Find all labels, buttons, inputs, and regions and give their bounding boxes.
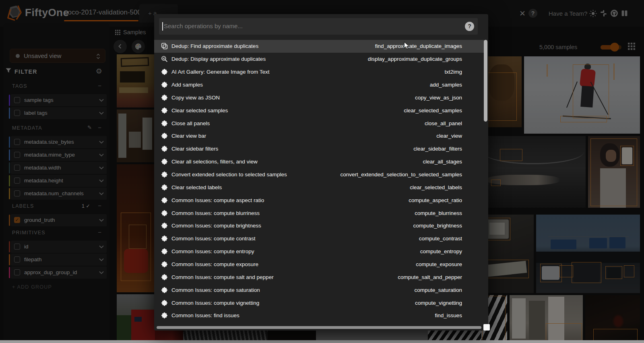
operator-icon	[161, 312, 168, 319]
operator-help-icon[interactable]: ?	[465, 22, 474, 31]
operator-row[interactable]: Common Issues: compute contrast compute_…	[154, 232, 484, 245]
operator-browser-modal: Search operations by name... ? Dedup: Fi…	[154, 14, 488, 331]
operator-uri: clear_sidebar_filters	[413, 146, 462, 152]
operator-row[interactable]: Dedup: Display approximate duplicates di…	[154, 53, 484, 66]
operator-row[interactable]: Add samples add_samples	[154, 79, 484, 91]
operator-row[interactable]: AI Art Gallery: Generate Image from Text…	[154, 66, 484, 79]
operator-row[interactable]: Clear sidebar filters clear_sidebar_filt…	[154, 143, 484, 155]
operator-uri: txt2img	[444, 69, 462, 75]
operator-row[interactable]: Common Issues: compute blurriness comput…	[154, 207, 484, 219]
operator-label: Common Issues: compute vignetting	[171, 300, 259, 306]
operator-row[interactable]: Clear selected labels clear_selected_lab…	[154, 181, 484, 194]
operator-label: Convert extended selection to selected s…	[171, 172, 287, 178]
operator-row[interactable]: Common Issues: compute salt and pepper c…	[154, 271, 484, 283]
operator-uri: close_all_panel	[425, 120, 462, 126]
operator-icon	[161, 94, 168, 101]
operator-icon	[161, 56, 168, 62]
operator-label: Dedup: Display approximate duplicates	[171, 56, 266, 62]
operator-label: Clear sidebar filters	[171, 146, 218, 152]
operator-label: Common Issues: find issues	[171, 312, 239, 318]
operator-row[interactable]: Common Issues: compute brightness comput…	[154, 219, 484, 232]
page-horizontal-scrollbar[interactable]	[0, 340, 644, 343]
operator-row[interactable]: Common Issues: compute exposure compute_…	[154, 258, 484, 271]
operator-icon	[161, 222, 168, 229]
operator-icon	[161, 235, 168, 242]
operator-uri: compute_aspect_ratio	[409, 197, 462, 203]
operator-label: Common Issues: compute contrast	[171, 236, 256, 242]
app-root: FiftyOne coco-2017-validation-5000 + a ✕…	[0, 0, 644, 343]
operator-row[interactable]: Common Issues: compute entropy compute_e…	[154, 245, 484, 258]
operator-icon	[161, 171, 168, 178]
operator-uri: clear_view	[436, 133, 462, 139]
operator-row[interactable]: Copy view as JSON copy_view_as_json	[154, 91, 484, 104]
operator-row[interactable]: Clear view bar clear_view	[154, 130, 484, 143]
operator-label: Clear selected samples	[171, 107, 228, 114]
operator-uri: compute_brightness	[413, 223, 462, 229]
operator-uri: compute_salt_and_pepper	[398, 274, 462, 280]
operator-label: Common Issues: compute entropy	[171, 248, 254, 254]
operator-icon	[161, 43, 168, 50]
operator-list: Dedup: Find approximate duplicates find_…	[154, 40, 484, 322]
operator-row[interactable]: Close all panels close_all_panel	[154, 117, 484, 130]
modal-horizontal-scrollbar[interactable]	[157, 326, 481, 329]
operator-row[interactable]: Common Issues: compute vignetting comput…	[154, 296, 484, 309]
operator-label: Dedup: Find approximate duplicates	[171, 43, 258, 49]
operator-uri: convert_extended_selection_to_selected_s…	[341, 172, 462, 178]
operator-icon	[161, 107, 168, 114]
operator-uri: find_issues	[435, 312, 462, 318]
modal-vertical-scrollbar-thumb[interactable]	[484, 40, 487, 122]
operator-uri: find_approximate_duplicate_images	[375, 43, 462, 49]
operator-icon	[161, 145, 168, 152]
operator-row[interactable]: Convert extended selection to selected s…	[154, 168, 484, 181]
operator-uri: compute_blurriness	[415, 210, 462, 216]
operator-label: Clear selected labels	[171, 184, 222, 190]
operator-label: Add samples	[171, 82, 203, 88]
operator-uri: clear_all_stages	[423, 159, 462, 165]
operator-label: Close all panels	[171, 120, 210, 126]
operator-icon	[161, 158, 168, 165]
operator-uri: compute_vignetting	[415, 300, 462, 306]
operator-icon	[161, 287, 168, 293]
operator-icon	[161, 197, 168, 204]
operator-uri: copy_view_as_json	[415, 95, 462, 101]
operator-search-placeholder: Search operations by name...	[164, 23, 243, 29]
operator-search-box[interactable]: Search operations by name... ?	[159, 18, 478, 35]
operator-label: Clear view bar	[171, 133, 206, 139]
operator-label: AI Art Gallery: Generate Image from Text	[171, 69, 270, 75]
mouse-cursor	[404, 41, 410, 50]
operator-row[interactable]: Clear selected samples clear_selected_sa…	[154, 104, 484, 117]
operator-row[interactable]: Common Issues: compute aspect ratio comp…	[154, 194, 484, 207]
operator-uri: add_samples	[430, 82, 462, 88]
operator-label: Common Issues: compute aspect ratio	[171, 197, 264, 203]
operator-icon	[161, 248, 168, 255]
operator-icon	[161, 300, 168, 306]
operator-icon	[161, 132, 168, 139]
operator-icon	[161, 261, 168, 268]
text-caret	[162, 22, 163, 31]
operator-label: Clear all selections, filters, and view	[171, 159, 258, 165]
operator-uri: clear_selected_labels	[410, 184, 462, 190]
operator-icon	[161, 210, 168, 217]
operator-uri: clear_selected_samples	[404, 107, 462, 114]
operator-uri: compute_entropy	[420, 248, 462, 254]
operator-label: Common Issues: compute blurriness	[171, 210, 260, 216]
operator-label: Common Issues: compute salt and pepper	[171, 274, 274, 280]
operator-row[interactable]: Clear all selections, filters, and view …	[154, 155, 484, 168]
operator-row[interactable]: Dedup: Find approximate duplicates find_…	[154, 40, 484, 53]
operator-icon	[161, 120, 168, 127]
operator-icon	[161, 68, 168, 75]
operator-label: Common Issues: compute exposure	[171, 261, 258, 267]
operator-uri: display_approximate_duplicate_groups	[368, 56, 462, 62]
operator-icon	[161, 81, 168, 88]
modal-scrollbar-corner[interactable]	[483, 324, 490, 331]
operator-icon	[161, 184, 168, 191]
operator-row[interactable]: Common Issues: find issues find_issues	[154, 309, 484, 322]
operator-label: Common Issues: compute saturation	[171, 287, 260, 293]
operator-label: Copy view as JSON	[171, 95, 220, 101]
operator-row[interactable]: Common Issues: compute saturation comput…	[154, 283, 484, 296]
operator-icon	[161, 274, 168, 281]
modal-vertical-scrollbar[interactable]	[484, 40, 487, 326]
operator-uri: compute_saturation	[414, 287, 462, 293]
operator-uri: compute_exposure	[416, 261, 462, 267]
operator-label: Common Issues: compute brightness	[171, 223, 261, 229]
